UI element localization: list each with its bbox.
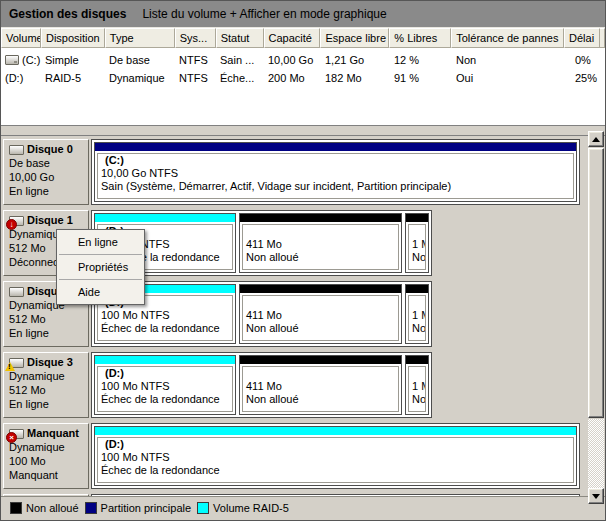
legend-item: Partition principale	[85, 502, 192, 514]
partition-color-band	[240, 356, 401, 364]
volume-name: (C:)	[22, 54, 40, 66]
volume-cell-sys: NTFS	[175, 54, 216, 66]
disk-status: En ligne	[9, 326, 87, 340]
column-header-sys[interactable]: Sys...	[175, 28, 216, 48]
disk-icon	[9, 287, 24, 297]
column-header-statut[interactable]: Statut	[216, 28, 264, 48]
disk-graph-strip: (C:)10,00 Go NTFSSain (Système, Démarrer…	[91, 139, 580, 205]
partition-size-line: 411 Mo	[246, 238, 395, 251]
context-menu-item-aide[interactable]: Aide	[57, 282, 144, 302]
disk-status: En ligne	[9, 184, 87, 198]
volume-table-header: VolumeDispositionTypeSys...StatutCapacit…	[1, 28, 605, 48]
partition-segment[interactable]: 1 MoNon alloué	[405, 213, 429, 273]
disk-drive-icon	[9, 287, 24, 297]
column-header-tolerance[interactable]: Tolérance de pannes	[451, 28, 564, 48]
partition-segment[interactable]: (C:)10,00 Go NTFSSain (Système, Démarrer…	[94, 142, 577, 202]
partition-segment[interactable]: (D:)100 Mo NTFSÉchec de la redondance	[94, 355, 236, 415]
partition-color-band	[95, 214, 235, 222]
partition-segment[interactable]: 411 MoNon alloué	[239, 355, 402, 415]
column-header-capacite[interactable]: Capacité	[264, 28, 321, 48]
partition-text: (C:)10,00 Go NTFSSain (Système, Démarrer…	[97, 153, 574, 199]
volume-cell-tolerance: Oui	[452, 72, 565, 84]
column-header-libres[interactable]: % Libres	[389, 28, 451, 48]
scroll-thumb[interactable]	[588, 148, 604, 418]
disk-type: Dynamique	[9, 369, 87, 383]
drive-icon	[5, 55, 19, 65]
menu-separator	[59, 254, 142, 255]
column-header-disposition[interactable]: Disposition	[41, 28, 105, 48]
volume-cell-delai: 0%	[565, 54, 601, 66]
column-header-volume[interactable]: Volume	[1, 28, 41, 48]
legend-label: Volume RAID-5	[213, 502, 289, 514]
volume-cell-sys: NTFS	[175, 72, 216, 84]
column-header-delai[interactable]: Délai	[564, 28, 600, 48]
partition-segment[interactable]: 1 MoNon alloué	[405, 355, 429, 415]
legend-item: Volume RAID-5	[197, 502, 289, 514]
disk-graph-strip: (D:)100 Mo NTFSÉchec de la redondance411…	[91, 352, 432, 418]
missing-badge-icon	[6, 432, 17, 443]
disk-management-window: Gestion des disques Liste du volume + Af…	[0, 0, 606, 521]
partition-size-line: 100 Mo NTFS	[101, 380, 229, 393]
disk-name: Manquant	[27, 427, 79, 440]
menu-separator	[59, 279, 142, 280]
partition-size-line: 1 Mo	[412, 380, 422, 393]
partition-segment[interactable]: 411 MoNon alloué	[239, 284, 402, 344]
partition-segment[interactable]: 411 MoNon alloué	[239, 213, 402, 273]
volume-cell-disposition: Simple	[41, 54, 105, 66]
legend-label: Non alloué	[26, 502, 79, 514]
context-menu-item-proprietes[interactable]: Propriétés	[57, 257, 144, 277]
partition-color-band	[406, 285, 428, 293]
pane-splitter[interactable]	[1, 125, 605, 136]
disk-size: 512 Mo	[9, 312, 87, 326]
partition-text: 1 MoNon alloué	[408, 224, 426, 270]
disk-icon	[9, 429, 24, 439]
column-header-type[interactable]: Type	[105, 28, 175, 48]
column-header-espace[interactable]: Espace libre	[320, 28, 389, 48]
partition-status-line: Non alloué	[412, 322, 422, 335]
scroll-down-button[interactable]	[588, 488, 604, 504]
page-title: Gestion des disques	[9, 7, 126, 21]
disk-label[interactable]: Disque 3Dynamique512 MoEn ligne	[3, 352, 89, 418]
disk-row: ManquantDynamique100 MoManquant(D:)100 M…	[3, 423, 605, 489]
volume-row[interactable]: (D:)RAID-5DynamiqueNTFSÉche...200 Mo182 …	[1, 69, 605, 87]
volume-name: (D:)	[5, 72, 23, 84]
partition-status-line: Échec de la redondance	[101, 322, 229, 335]
partition-segment[interactable]: 1 MoNon alloué	[405, 284, 429, 344]
partition-size-line: 10,00 Go NTFS	[101, 167, 570, 180]
disk-label[interactable]: ManquantDynamique100 MoManquant	[3, 423, 89, 489]
disk-label[interactable]: Disque 0De base10,00 GoEn ligne	[3, 139, 89, 205]
disk-title: Disque 0	[9, 143, 87, 156]
partition-status-line: Non alloué	[412, 251, 422, 264]
disk-name: Disque 1	[27, 214, 73, 227]
scroll-track[interactable]	[588, 419, 604, 488]
volume-cell-type: Dynamique	[105, 72, 175, 84]
arrow-down-icon	[592, 494, 600, 499]
context-menu-item-en-ligne[interactable]: En ligne	[57, 232, 144, 252]
partition-segment[interactable]: (D:)100 Mo NTFSÉchec de la redondance	[94, 426, 577, 486]
volume-cell-espace: 182 Mo	[321, 72, 390, 84]
partition-color-band	[95, 427, 576, 435]
volume-cell-disposition: RAID-5	[41, 72, 105, 84]
disk-row: Disque 3Dynamique512 MoEn ligne(D:)100 M…	[3, 352, 605, 418]
partition-size-line: 1 Mo	[412, 238, 422, 251]
volume-list: (C:)SimpleDe baseNTFSSain ...10,00 Go1,2…	[1, 48, 605, 125]
scroll-up-button[interactable]	[588, 131, 604, 147]
partition-status-line: Sain (Système, Démarrer, Actif, Vidage s…	[101, 180, 570, 193]
volume-cell-volume: (C:)	[1, 54, 41, 66]
volume-cell-capacite: 200 Mo	[264, 72, 321, 84]
partition-letter: (C:)	[101, 154, 570, 167]
warning-badge-icon	[5, 362, 15, 371]
partition-letter	[246, 296, 395, 309]
legend-label: Partition principale	[101, 502, 192, 514]
partition-letter: (D:)	[101, 367, 229, 380]
disk-row: Disque 0De base10,00 GoEn ligne(C:)10,00…	[3, 139, 605, 205]
disk-name: Disque 3	[27, 356, 73, 369]
disk-title: Manquant	[9, 427, 87, 440]
partition-color-band	[95, 143, 576, 151]
legend-swatch	[85, 502, 97, 514]
volume-row[interactable]: (C:)SimpleDe baseNTFSSain ...10,00 Go1,2…	[1, 51, 605, 69]
volume-cell-statut: Éche...	[216, 72, 264, 84]
legend-swatch	[197, 502, 209, 514]
volume-cell-delai: 25%	[565, 72, 601, 84]
vertical-scrollbar[interactable]	[588, 131, 604, 505]
